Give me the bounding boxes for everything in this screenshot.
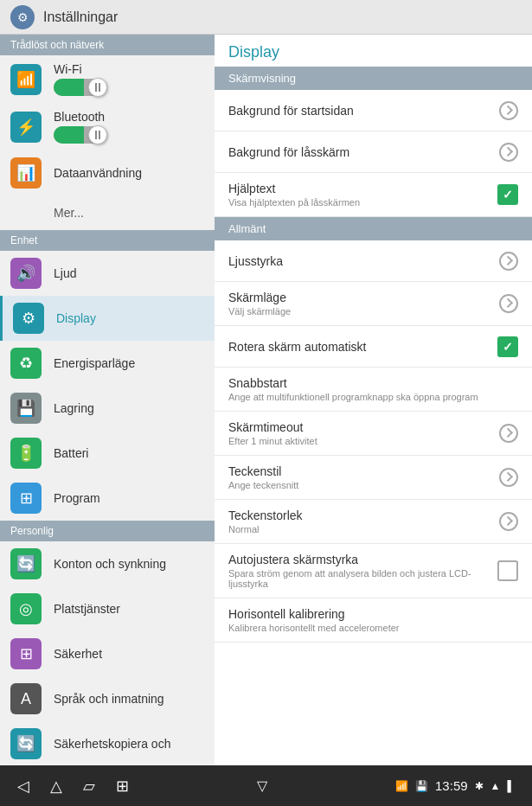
content-item-text-autorotate: Rotera skärm automatiskt bbox=[228, 340, 367, 354]
content-item-quickstart[interactable]: SnabbstartAnge att multifunktionell prog… bbox=[215, 368, 532, 412]
sidebar-item-location[interactable]: ◎Platstjänster bbox=[0, 586, 215, 631]
sidebar-item-storage[interactable]: 💾Lagring bbox=[0, 386, 215, 431]
sidebar-item-accounts[interactable]: 🔄Konton och synkning bbox=[0, 541, 215, 586]
checkbox-empty-icon[interactable] bbox=[497, 560, 518, 581]
content-area: DisplaySkärmvisningBakgrund för startsid… bbox=[215, 35, 532, 765]
recent-button[interactable]: ▱ bbox=[83, 777, 95, 796]
sidebar-item-content-apps: Program bbox=[54, 491, 204, 505]
sidebar-item-label-display: Display bbox=[56, 311, 204, 325]
sidebar-item-label-wifi: Wi-Fi bbox=[54, 62, 204, 76]
menu-button[interactable]: ⊞ bbox=[116, 777, 129, 796]
content-item-timeout[interactable]: SkärmtimeoutEfter 1 minut aktivitet bbox=[215, 412, 532, 456]
toggle-thumb bbox=[88, 125, 107, 144]
content-item-title-screenmode: Skärmläge bbox=[228, 291, 291, 304]
sidebar: Trådlöst och nätverk📶Wi-Fi ⚡Bluetooth 📊D… bbox=[0, 35, 215, 765]
language-icon: A bbox=[10, 683, 42, 714]
content-item-title-autorotate: Rotera skärm automatiskt bbox=[228, 340, 367, 354]
sidebar-item-wifi[interactable]: 📶Wi-Fi bbox=[0, 55, 215, 103]
content-item-text-wallpaper: Bakgrund för startsidan bbox=[228, 104, 354, 118]
sidebar-item-more[interactable]: Mer... bbox=[0, 195, 215, 230]
content-item-text-screenmode: SkärmlägeVälj skärmläge bbox=[228, 291, 291, 317]
content-item-helptext[interactable]: HjälptextVisa hjälptexten på låsskärmen bbox=[215, 173, 532, 217]
sidebar-item-sound[interactable]: 🔊Ljud bbox=[0, 251, 215, 296]
sidebar-item-content-sound: Ljud bbox=[54, 266, 204, 280]
battery-icon: 🔋 bbox=[10, 438, 42, 469]
settings-icon: ⚙ bbox=[10, 5, 35, 29]
content-item-title-lockscreen-bg: Bakgrund för låsskärm bbox=[228, 145, 349, 159]
sidebar-item-label-apps: Program bbox=[54, 491, 204, 505]
back-btn-right[interactable]: ▽ bbox=[257, 777, 267, 794]
content-item-title-calibrate: Horisontell kalibrering bbox=[228, 607, 399, 621]
content-item-title-autobright: Autojustera skärmstyrka bbox=[228, 553, 497, 566]
apps-icon: ⊞ bbox=[10, 483, 42, 514]
content-section-header: Allmänt bbox=[215, 217, 532, 240]
content-item-screenmode[interactable]: SkärmlägeVälj skärmläge bbox=[215, 282, 532, 326]
toggle-on-part bbox=[54, 79, 84, 96]
sidebar-item-energy[interactable]: ♻Energisparläge bbox=[0, 341, 215, 386]
sidebar-item-apps[interactable]: ⊞Program bbox=[0, 476, 215, 521]
content-title: Display bbox=[215, 35, 532, 67]
content-item-wallpaper[interactable]: Bakgrund för startsidan bbox=[215, 90, 532, 131]
content-item-title-helptext: Hjälptext bbox=[228, 182, 360, 195]
title-bar: ⚙ Inställningar bbox=[0, 0, 532, 35]
content-item-subtitle-calibrate: Kalibrera horisontellt med accelerometer bbox=[228, 623, 399, 633]
content-item-lockscreen-bg[interactable]: Bakgrund för låsskärm bbox=[215, 131, 532, 173]
content-item-text-autobright: Autojustera skärmstyrkaSpara ström genom… bbox=[228, 553, 497, 589]
home-button[interactable]: △ bbox=[50, 777, 62, 796]
toggle-track bbox=[54, 126, 106, 144]
content-item-autobright[interactable]: Autojustera skärmstyrkaSpara ström genom… bbox=[215, 544, 532, 598]
data-icon: 📊 bbox=[10, 157, 42, 189]
sidebar-item-label-language: Språk och inmatning bbox=[54, 692, 204, 706]
sidebar-section-header: Trådlöst och nätverk bbox=[0, 35, 215, 55]
toggle-bluetooth[interactable] bbox=[54, 126, 204, 144]
sidebar-item-label-location: Platstjänster bbox=[54, 602, 204, 616]
content-item-subtitle-timeout: Efter 1 minut aktivitet bbox=[228, 436, 317, 446]
checkbox-checked-icon[interactable] bbox=[497, 336, 518, 357]
chevron-right-icon bbox=[499, 252, 518, 271]
sidebar-item-security[interactable]: ⊞Säkerhet bbox=[0, 631, 215, 676]
sidebar-item-label-accounts: Konton och synkning bbox=[54, 557, 204, 571]
app-title: Inställningar bbox=[43, 10, 118, 25]
content-item-text-fonttype: TeckenstilAnge teckensnitt bbox=[228, 464, 298, 490]
wifi-status-icon: ▲ bbox=[490, 780, 501, 792]
content-item-title-wallpaper: Bakgrund för startsidan bbox=[228, 104, 354, 118]
content-item-subtitle-fonttype: Ange teckensnitt bbox=[228, 480, 298, 490]
content-item-text-lockscreen-bg: Bakgrund för låsskärm bbox=[228, 145, 349, 159]
sidebar-item-content-security: Säkerhet bbox=[54, 647, 204, 661]
content-item-title-timeout: Skärmtimeout bbox=[228, 420, 317, 434]
backup-icon: 🔄 bbox=[10, 728, 42, 759]
sidebar-item-label-backup: Säkerhetskopiera och bbox=[54, 737, 204, 751]
content-item-fonttype[interactable]: TeckenstilAnge teckensnitt bbox=[215, 456, 532, 500]
content-item-text-brightness: Ljusstyrka bbox=[228, 254, 283, 268]
sidebar-item-label-storage: Lagring bbox=[54, 401, 204, 415]
toggle-wifi[interactable] bbox=[54, 79, 204, 96]
sidebar-item-bluetooth[interactable]: ⚡Bluetooth bbox=[0, 103, 215, 150]
checkbox-checked-icon[interactable] bbox=[497, 184, 518, 205]
content-item-title-brightness: Ljusstyrka bbox=[228, 254, 283, 268]
sidebar-item-data[interactable]: 📊Dataanvändning bbox=[0, 150, 215, 195]
chevron-right-icon bbox=[499, 294, 518, 313]
bluetooth-status-icon: ✱ bbox=[475, 780, 484, 792]
back-button[interactable]: ◁ bbox=[17, 777, 29, 796]
sidebar-item-battery[interactable]: 🔋Batteri bbox=[0, 431, 215, 476]
content-item-fontsize[interactable]: TeckenstorlekNormal bbox=[215, 500, 532, 544]
accounts-icon: 🔄 bbox=[10, 548, 42, 579]
content-item-subtitle-fontsize: Normal bbox=[228, 524, 303, 534]
sidebar-item-content-display: Display bbox=[56, 311, 204, 325]
chevron-right-icon bbox=[499, 512, 518, 531]
security-icon: ⊞ bbox=[10, 638, 42, 669]
content-item-brightness[interactable]: Ljusstyrka bbox=[215, 240, 532, 282]
chevron-right-icon bbox=[499, 101, 518, 120]
sidebar-item-label-battery: Batteri bbox=[54, 446, 204, 460]
sidebar-item-backup[interactable]: 🔄Säkerhetskopiera och bbox=[0, 721, 215, 765]
content-item-autorotate[interactable]: Rotera skärm automatiskt bbox=[215, 326, 532, 368]
toggle-on-part bbox=[54, 126, 84, 144]
sidebar-item-language[interactable]: ASpråk och inmatning bbox=[0, 676, 215, 721]
content-item-calibrate[interactable]: Horisontell kalibreringKalibrera horison… bbox=[215, 598, 532, 643]
sidebar-item-content-data: Dataanvändning bbox=[54, 166, 204, 180]
battery-status-icon: ▌ bbox=[507, 780, 515, 792]
sidebar-item-display[interactable]: ⚙Display bbox=[0, 296, 215, 341]
energy-icon: ♻ bbox=[10, 348, 42, 379]
sidebar-item-content-bluetooth: Bluetooth bbox=[54, 110, 204, 144]
sidebar-section-header: Personlig bbox=[0, 521, 215, 541]
